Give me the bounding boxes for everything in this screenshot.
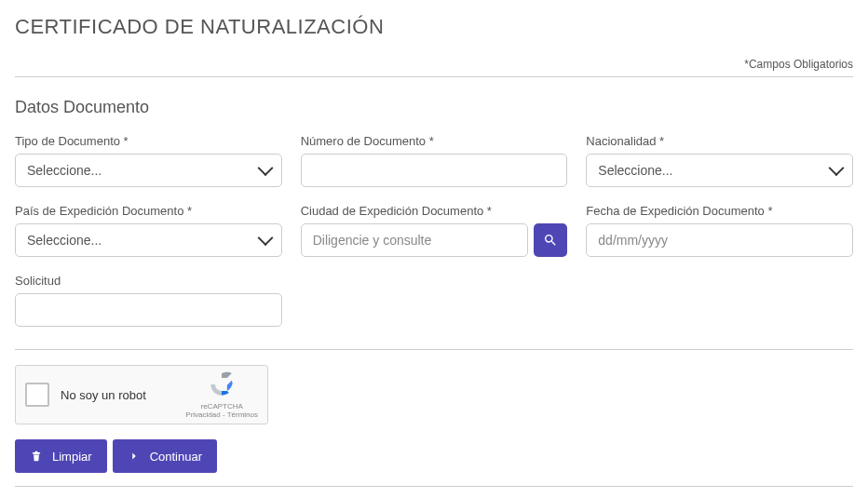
- fecha-expedicion-label: Fecha de Expedición Documento *: [586, 204, 853, 218]
- numero-documento-label: Número de Documento *: [301, 134, 568, 148]
- recaptcha-checkbox[interactable]: [25, 383, 49, 407]
- page-title: CERTIFICADO DE NATURALIZACIÓN: [15, 15, 853, 39]
- recaptcha-brand: reCAPTCHA: [185, 402, 258, 411]
- recaptcha-links[interactable]: Privacidad - Términos: [185, 411, 258, 420]
- ciudad-search-button[interactable]: [534, 223, 567, 257]
- tipo-documento-label: Tipo de Documento *: [15, 134, 282, 148]
- pais-expedicion-label: País de Expedición Documento *: [15, 204, 282, 218]
- fecha-expedicion-input[interactable]: [586, 223, 853, 257]
- search-icon: [543, 233, 558, 248]
- ciudad-expedicion-label: Ciudad de Expedición Documento *: [301, 204, 568, 218]
- trash-icon: [30, 450, 43, 463]
- divider: [15, 76, 853, 77]
- divider: [15, 486, 853, 487]
- solicitud-label: Solicitud: [15, 274, 282, 288]
- limpiar-label: Limpiar: [52, 450, 92, 464]
- nacionalidad-label: Nacionalidad *: [586, 134, 853, 148]
- chevron-right-icon: [128, 450, 141, 463]
- pais-expedicion-select[interactable]: Seleccione...: [15, 223, 282, 257]
- tipo-documento-select[interactable]: Seleccione...: [15, 154, 282, 187]
- recaptcha-label: No soy un robot: [61, 388, 146, 402]
- recaptcha-widget: No soy un robot reCAPTCHA Privacidad - T…: [15, 365, 268, 424]
- recaptcha-icon: [209, 371, 235, 397]
- continuar-label: Continuar: [150, 450, 202, 464]
- required-note: *Campos Obligatorios: [15, 58, 853, 71]
- solicitud-input[interactable]: [15, 293, 282, 327]
- divider: [15, 349, 853, 350]
- continuar-button[interactable]: Continuar: [113, 439, 217, 473]
- ciudad-expedicion-input[interactable]: [301, 223, 529, 257]
- nacionalidad-select[interactable]: Seleccione...: [586, 154, 853, 187]
- numero-documento-input[interactable]: [301, 154, 568, 187]
- section-title: Datos Documento: [15, 98, 853, 117]
- limpiar-button[interactable]: Limpiar: [15, 439, 107, 473]
